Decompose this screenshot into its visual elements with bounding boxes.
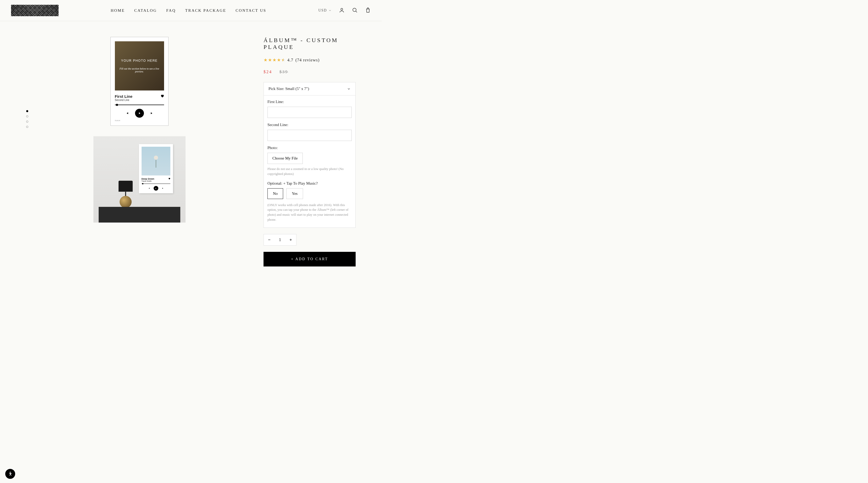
plaque-line2: Second Line — [115, 99, 133, 101]
chevron-down-icon — [347, 87, 351, 91]
star-icon: ★ — [268, 57, 272, 63]
star-icon: ★ — [264, 57, 268, 63]
product-form: Pick Size: Small (5" x 7") First Line: S… — [264, 82, 355, 228]
choose-file-button[interactable]: Choose My File — [268, 153, 303, 164]
lamp-stem — [125, 191, 126, 196]
first-line-input[interactable] — [268, 107, 352, 118]
nav-home[interactable]: HOME — [111, 8, 125, 13]
size-label: Pick Size: Small (5" x 7") — [269, 87, 309, 91]
bag-icon — [365, 7, 371, 13]
product-gallery: YOUR PHOTO HERE Fill out the section bel… — [26, 37, 243, 266]
quantity-stepper: 1 — [264, 234, 297, 246]
price-row: $24 $39 — [264, 70, 355, 74]
scene-line1: Deep Down — [142, 178, 154, 180]
second-line-input[interactable] — [268, 130, 352, 141]
pager-dot-1[interactable] — [26, 110, 28, 112]
product-details: ÁLBUM™ - CUSTOM PLAQUE ★ ★ ★ ★ ★ ★ 4.7 (… — [264, 37, 355, 266]
user-icon — [339, 7, 345, 13]
price: $24 — [264, 70, 272, 74]
star-half-icon: ★ ★ — [281, 57, 285, 63]
qty-increase-button[interactable] — [285, 234, 296, 245]
second-line-label: Second Line: — [268, 123, 352, 127]
nav-contact[interactable]: CONTACT US — [236, 8, 266, 13]
account-button[interactable] — [339, 7, 345, 14]
lamp-base — [120, 196, 132, 208]
header-actions: USD — [318, 7, 371, 14]
cart-button[interactable] — [365, 7, 371, 14]
quantity-value: 1 — [275, 237, 285, 242]
scene-line2: Travis Smith — [142, 180, 154, 182]
nav-faq[interactable]: FAQ — [166, 8, 176, 13]
scene-progress — [142, 184, 170, 184]
plaque-footer: ÁLBUM — [115, 120, 164, 121]
svg-point-1 — [353, 8, 356, 11]
product-image-1: YOUR PHOTO HERE Fill out the section bel… — [111, 37, 168, 126]
qty-decrease-button[interactable] — [264, 234, 275, 245]
plaque-line1: First Line — [115, 94, 133, 99]
lamp-shade — [119, 181, 133, 192]
scene-plaque: Deep Down Travis Smith — [139, 144, 173, 193]
nav-catalog[interactable]: CATALOG — [134, 8, 157, 13]
music-option-group: No Yes — [268, 188, 352, 199]
currency-label: USD — [318, 8, 327, 12]
rating-value: 4.7 — [287, 58, 293, 63]
site-logo[interactable] — [11, 5, 59, 16]
music-hint: (ONLY works with cell phones made after … — [268, 203, 352, 222]
plaque-progress-bar — [115, 105, 164, 105]
nav-track[interactable]: TRACK PACKAGE — [185, 8, 226, 13]
svg-point-0 — [341, 8, 343, 10]
product-main: YOUR PHOTO HERE Fill out the section bel… — [0, 21, 382, 266]
chevron-down-icon — [329, 9, 332, 12]
main-nav: HOME CATALOG FAQ TRACK PACKAGE CONTACT U… — [111, 8, 267, 13]
product-image-2: Deep Down Travis Smith — [93, 136, 186, 223]
prev-track-icon — [148, 187, 150, 189]
svg-point-4 — [154, 156, 158, 160]
pager-dot-3[interactable] — [26, 121, 28, 123]
size-selector[interactable]: Pick Size: Small (5" x 7") — [264, 83, 355, 95]
plaque-controls — [115, 109, 164, 118]
photo-label: Photo: — [268, 146, 352, 150]
heart-icon — [160, 94, 164, 98]
play-icon — [135, 109, 144, 118]
site-header: HOME CATALOG FAQ TRACK PACKAGE CONTACT U… — [0, 0, 382, 21]
pager-dot-4[interactable] — [26, 126, 28, 128]
rating-count: (74 reviews) — [296, 58, 319, 63]
gallery-images: YOUR PHOTO HERE Fill out the section bel… — [36, 37, 243, 266]
minus-icon — [268, 238, 271, 242]
product-rating[interactable]: ★ ★ ★ ★ ★ ★ 4.7 (74 reviews) — [264, 57, 355, 63]
star-icon: ★ — [272, 57, 276, 63]
plaque-photo-placeholder: YOUR PHOTO HERE Fill out the section bel… — [115, 41, 164, 91]
search-icon — [352, 7, 358, 13]
next-track-icon — [162, 187, 164, 189]
play-icon — [154, 186, 158, 191]
plaque-overlay-sub: Fill out the section below to see a live… — [118, 67, 161, 73]
svg-line-2 — [356, 11, 357, 12]
first-line-label: First Line: — [268, 100, 352, 104]
pager-dot-2[interactable] — [26, 115, 28, 118]
music-option-yes[interactable]: Yes — [286, 188, 303, 199]
next-track-icon — [150, 111, 154, 115]
currency-selector[interactable]: USD — [318, 8, 332, 12]
heart-icon — [168, 178, 170, 180]
music-option-label: Optional: + Tap To Play Music? — [268, 181, 352, 186]
plaque-overlay-title: YOUR PHOTO HERE — [121, 59, 158, 63]
photo-hint: Please do not use a zoomed in or a low q… — [268, 167, 352, 176]
scene-table — [99, 207, 180, 223]
scene-photo — [142, 147, 170, 175]
star-icon: ★ — [277, 57, 281, 63]
add-to-cart-button[interactable]: + ADD TO CART — [264, 252, 355, 266]
music-option-no[interactable]: No — [268, 188, 283, 199]
product-title: ÁLBUM™ - CUSTOM PLAQUE — [264, 37, 355, 51]
search-button[interactable] — [352, 7, 358, 14]
plus-icon — [289, 238, 292, 242]
compare-price: $39 — [279, 70, 288, 74]
gallery-pager — [26, 110, 28, 128]
prev-track-icon — [125, 111, 129, 115]
